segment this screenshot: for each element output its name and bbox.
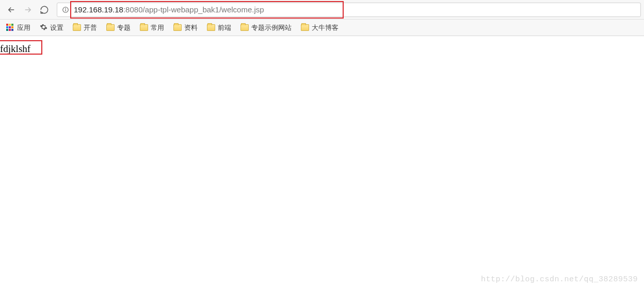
site-info-icon[interactable] xyxy=(61,6,70,14)
bookmark-label: 大牛博客 xyxy=(312,23,339,32)
bookmark-folder[interactable]: 大牛博客 xyxy=(298,21,342,35)
bookmark-folder[interactable]: 专题 xyxy=(103,21,134,35)
bookmark-folder[interactable]: 资料 xyxy=(170,21,201,35)
svg-point-2 xyxy=(66,8,66,8)
bookmark-folder[interactable]: 常用 xyxy=(137,21,167,35)
bookmark-label: 设置 xyxy=(50,23,63,32)
bookmark-folder[interactable]: 开普 xyxy=(70,21,100,35)
bookmark-settings[interactable]: 设置 xyxy=(37,21,67,35)
bookmark-label: 开普 xyxy=(84,23,97,32)
folder-icon xyxy=(301,24,309,31)
folder-icon xyxy=(73,24,81,31)
forward-button[interactable] xyxy=(20,2,36,18)
url-text: 192.168.19.18:8080/app-tpl-webapp_bak1/w… xyxy=(74,5,264,14)
apps-icon xyxy=(6,24,14,32)
gear-icon xyxy=(40,23,47,32)
address-bar[interactable]: 192.168.19.18:8080/app-tpl-webapp_bak1/w… xyxy=(57,3,641,17)
bookmark-folder[interactable]: 前端 xyxy=(204,21,234,35)
reload-button[interactable] xyxy=(36,2,53,18)
bookmark-label: 前端 xyxy=(218,23,231,32)
browser-toolbar: 192.168.19.18:8080/app-tpl-webapp_bak1/w… xyxy=(0,0,644,20)
page-body-text: fdjklshf xyxy=(0,42,33,56)
watermark-text: http://blog.csdn.net/qq_38289539 xyxy=(481,275,638,284)
folder-icon xyxy=(240,24,249,31)
bookmark-label: 资料 xyxy=(184,23,198,32)
folder-icon xyxy=(140,24,148,31)
bookmark-label: 专题示例网站 xyxy=(251,23,292,32)
bookmarks-bar: 应用 设置 开普 专题 常用 资料 前端 专题示例网站 大牛博客 xyxy=(0,20,644,36)
folder-icon xyxy=(207,24,215,31)
bookmark-folder[interactable]: 专题示例网站 xyxy=(237,21,295,35)
bookmark-label: 常用 xyxy=(151,23,164,32)
back-button[interactable] xyxy=(3,2,20,18)
apps-button[interactable]: 应用 xyxy=(3,21,34,35)
bookmark-label: 专题 xyxy=(117,23,131,32)
folder-icon xyxy=(173,24,182,31)
apps-label: 应用 xyxy=(17,23,30,32)
folder-icon xyxy=(106,24,115,31)
